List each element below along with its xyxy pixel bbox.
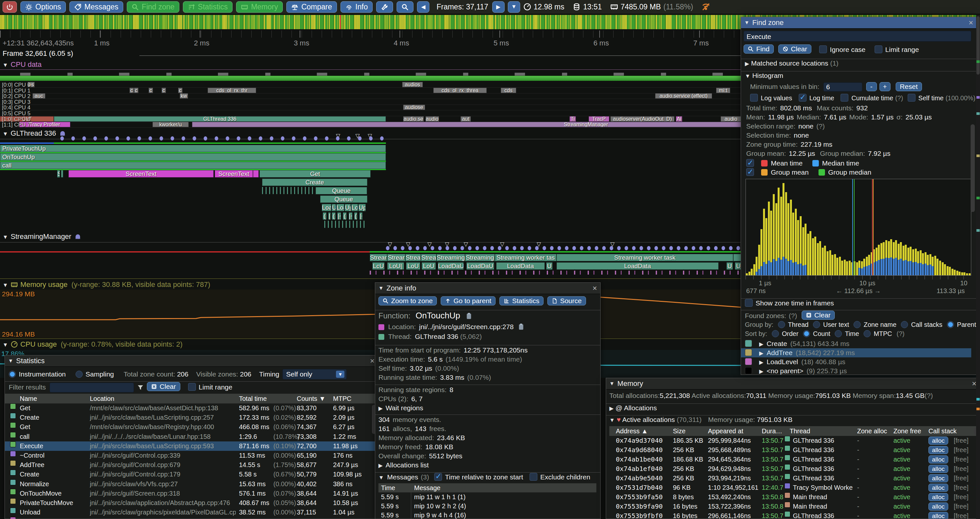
- group-option-zone-name[interactable]: [854, 321, 864, 328]
- histogram-bar[interactable]: [827, 251, 829, 275]
- zoom-to-zone-button[interactable]: Zoom to zone: [379, 296, 437, 305]
- found-zone-row[interactable]: ▶LoadLevel(18) 406.88 µs: [741, 358, 971, 366]
- message-dot[interactable]: [640, 246, 643, 250]
- thread-zone[interactable]: Up: [358, 204, 366, 211]
- message-dot[interactable]: [226, 136, 229, 141]
- thread-zone[interactable]: (: [354, 212, 357, 220]
- allocations-group[interactable]: ▶ @ Allocations: [609, 404, 657, 412]
- legend-checkbox[interactable]: [746, 168, 757, 176]
- loaddata-zone[interactable]: LoadDaU: [438, 262, 464, 270]
- message-dot[interactable]: [542, 246, 546, 250]
- function-name[interactable]: OnTouchUp: [416, 311, 460, 320]
- message-dot[interactable]: [445, 246, 449, 250]
- frame-dropdown-button[interactable]: ▼: [508, 1, 520, 13]
- histogram-bar[interactable]: [942, 262, 944, 275]
- column-header-thread[interactable]: Thread: [790, 426, 810, 436]
- message-dot[interactable]: [565, 246, 568, 250]
- thread-zone[interactable]: [253, 170, 259, 177]
- cpu-zone[interactable]: GLThread 336: [54, 116, 386, 122]
- frame-marker-icon[interactable]: ▽: [464, 241, 468, 248]
- histogram-bar[interactable]: [807, 234, 809, 275]
- messages-button[interactable]: Messages: [69, 1, 123, 13]
- decrease-bin-button[interactable]: -: [866, 82, 877, 91]
- allocation-row[interactable]: 0x74ab1ef040256 KB294,629,948ns13:50.7GL…: [609, 464, 977, 474]
- find-button[interactable]: Find: [744, 45, 774, 54]
- message-dot[interactable]: [416, 246, 419, 250]
- histogram-bar[interactable]: [951, 269, 953, 275]
- histogram-bar[interactable]: [819, 241, 821, 275]
- message-dot[interactable]: [336, 136, 339, 141]
- memory-button[interactable]: Memory: [236, 1, 283, 13]
- histogram-bar[interactable]: [954, 270, 956, 275]
- streaming-worker-zone[interactable]: Strean: [370, 254, 387, 261]
- message-dot[interactable]: [498, 246, 501, 250]
- info-button[interactable]: Info: [340, 1, 372, 13]
- loaddata-zone[interactable]: LoadData: [496, 262, 545, 270]
- column-header-appeared-at[interactable]: Appeared at: [708, 426, 743, 436]
- loaddata-zone[interactable]: LoadData: [557, 262, 719, 270]
- streaming-worker-zone[interactable]: Streaming worker task: [557, 254, 733, 261]
- histogram-bar[interactable]: [810, 231, 811, 275]
- thread-zone[interactable]: Queue: [320, 195, 368, 203]
- message-dot[interactable]: [408, 246, 412, 250]
- collapse-icon[interactable]: ▼: [3, 131, 8, 137]
- streaming-worker-zone[interactable]: Streaming: [465, 254, 495, 261]
- filter-input[interactable]: [49, 383, 134, 393]
- group-option-thread[interactable]: [778, 321, 788, 328]
- cpu-zone[interactable]: Ti: [570, 116, 576, 122]
- group-option-call-stacks[interactable]: [901, 321, 911, 328]
- message-dot[interactable]: [347, 136, 350, 141]
- message-dot[interactable]: [677, 246, 680, 250]
- column-header-zone-alloc[interactable]: Zone alloc: [857, 426, 887, 436]
- message-dot[interactable]: [170, 136, 174, 141]
- alloc-callstack-button[interactable]: alloc: [928, 446, 948, 454]
- histogram-bar[interactable]: [817, 243, 819, 275]
- histogram-bar[interactable]: [949, 267, 951, 275]
- allocation-row[interactable]: 0x74ab9e5040256 KB293,994,219ns13:50.7GL…: [609, 474, 977, 483]
- close-icon[interactable]: ×: [592, 284, 597, 292]
- message-dot[interactable]: [662, 246, 665, 250]
- sort-option-count[interactable]: [803, 330, 813, 337]
- table-row[interactable]: ~Controljni/../jni/src/guif/Control.cpp:…: [5, 451, 378, 460]
- message-dot[interactable]: [722, 246, 725, 250]
- collapse-icon[interactable]: ▼: [379, 474, 384, 481]
- thread-zone[interactable]: Get: [259, 170, 371, 177]
- thread-zone[interactable]: |~: [359, 212, 363, 220]
- message-row[interactable]: 5.59 smip 11 w 1 h 1 (1): [379, 492, 597, 501]
- column-header-counts[interactable]: Counts ▼: [297, 394, 326, 404]
- message-dot[interactable]: [528, 246, 531, 250]
- sort-option-order[interactable]: [772, 330, 782, 337]
- message-dot[interactable]: [460, 246, 464, 250]
- collapse-icon[interactable]: ▼: [3, 62, 8, 68]
- cpu-zone[interactable]: c: [178, 88, 183, 93]
- message-dot[interactable]: [520, 246, 524, 250]
- message-dot[interactable]: [215, 136, 218, 141]
- exclude-children-checkbox[interactable]: [530, 473, 540, 481]
- message-dot[interactable]: [550, 246, 554, 250]
- reset-bin-button[interactable]: Reset: [896, 82, 922, 91]
- next-frame-button[interactable]: ▶: [492, 1, 504, 13]
- find-zone-button[interactable]: Find zone: [127, 1, 179, 13]
- allocation-row[interactable]: 0x7553b9fbf016 bytes296,661,146ns13:50.7…: [609, 511, 977, 519]
- find-zone-search-input[interactable]: Execute: [744, 31, 971, 42]
- column-header-message[interactable]: Message: [414, 483, 441, 492]
- thread-value[interactable]: GLThread 336: [415, 333, 458, 340]
- message-dot[interactable]: [248, 136, 251, 141]
- thread-zone[interactable]: Queue: [315, 187, 367, 195]
- histogram-bar[interactable]: [844, 260, 846, 275]
- thread-zone[interactable]: call: [0, 161, 386, 169]
- message-dot[interactable]: [587, 246, 591, 250]
- histogram-bar[interactable]: [934, 256, 936, 275]
- thread-zone[interactable]: S: [57, 170, 60, 177]
- thread-zone[interactable]: (: [343, 212, 347, 220]
- histogram-plot[interactable]: [746, 179, 971, 276]
- found-zone-row[interactable]: ▶AddTree(18,542) 227.19 ms: [741, 348, 971, 358]
- hist-range-mid[interactable]: ← 112.66 µs →: [836, 287, 881, 295]
- instrumentation-radio[interactable]: [9, 370, 19, 378]
- thread-zone[interactable]: ScreenText: [68, 170, 214, 177]
- table-row[interactable]: Unloadjni/../jni/src/claw/graphics/pixel…: [5, 508, 378, 517]
- loaddata-zone[interactable]: LcU: [372, 262, 385, 270]
- message-dot[interactable]: [706, 246, 710, 250]
- message-dot[interactable]: [401, 246, 404, 250]
- collapse-icon[interactable]: ▼: [744, 20, 749, 26]
